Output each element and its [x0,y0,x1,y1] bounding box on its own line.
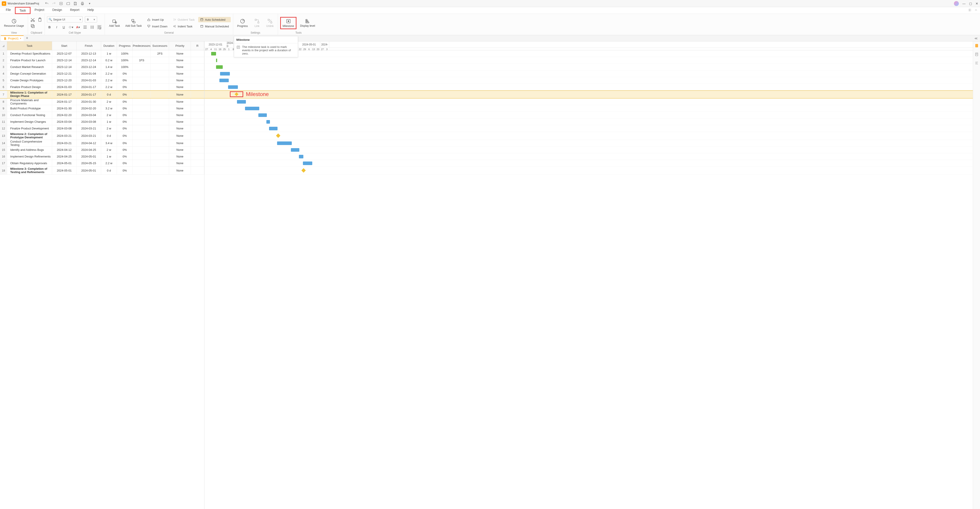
cell-predecessors[interactable] [132,70,151,77]
open-icon[interactable] [66,2,70,6]
cell-finish[interactable]: 2024-04-25 [76,146,101,153]
close-button[interactable]: ✕ [975,2,978,5]
cell-priority[interactable]: None [169,153,191,160]
table-row[interactable]: 3Conduct Market Research2023-12-142023-1… [0,64,204,70]
gantt-row[interactable]: Milestone [204,91,973,99]
cell-finish[interactable]: 2024-03-21 [76,132,101,140]
cell-start[interactable]: 2024-01-03 [52,84,76,90]
cell-task[interactable]: Finalize Product for Launch [7,57,52,64]
row-number[interactable]: 12 [0,125,7,132]
cell-successors[interactable] [151,125,169,132]
gantt-bar[interactable] [299,155,303,158]
cell-predecessors[interactable] [132,50,151,57]
cell-task[interactable]: Build Product Prototype [7,105,52,111]
cell-r[interactable] [191,50,204,57]
cell-predecessors[interactable] [132,91,151,98]
milestone-diamond-icon[interactable] [230,91,243,97]
cell-successors[interactable] [151,84,169,90]
table-row[interactable]: 6Finalize Product Design2024-01-032024-0… [0,84,204,91]
cell-task[interactable]: Milestone 2: Completion of Prototype Dev… [7,132,52,140]
cell-duration[interactable]: 0 d [101,167,117,174]
align-icon[interactable] [83,25,88,30]
cell-r[interactable] [191,140,204,146]
row-number[interactable]: 13 [0,132,7,140]
row-number[interactable]: 15 [0,146,7,153]
cell-priority[interactable]: None [169,64,191,70]
cell-duration[interactable]: 2 w [101,146,117,153]
cell-priority[interactable]: None [169,99,191,105]
cell-progress[interactable]: 0% [117,160,132,166]
cell-r[interactable] [191,64,204,70]
col-progress[interactable]: Progress [117,41,132,50]
col-successors[interactable]: Successors [151,41,169,50]
cell-progress[interactable]: 0% [117,167,132,174]
table-row[interactable]: 9Build Product Prototype2024-01-302024-0… [0,105,204,112]
cell-priority[interactable]: None [169,91,191,98]
more-icon[interactable]: ▾ [88,2,92,6]
panel-collapse-icon[interactable]: ≪ [974,37,978,40]
menu-file[interactable]: File [2,7,15,14]
table-row[interactable]: 15 Identify and Address Bugs2024-04-1220… [0,146,204,153]
row-number[interactable]: 3 [0,64,7,70]
resource-usage-button[interactable]: Resource Usage [2,17,25,28]
cell-duration[interactable]: 1.4 w [101,64,117,70]
menu-help[interactable]: Help [84,7,98,14]
col-task[interactable]: Task [7,41,52,50]
add-sub-task-button[interactable]: Add Sub Task [124,17,144,28]
cell-start[interactable]: 2024-01-17 [52,99,76,105]
gantt-row[interactable] [204,112,973,119]
display-level-button[interactable]: Display level [298,17,317,28]
cell-priority[interactable]: None [169,125,191,132]
cell-successors[interactable] [151,70,169,77]
cell-priority[interactable]: None [169,105,191,111]
cell-r[interactable] [191,119,204,125]
table-row[interactable]: 2Finalize Product for Launch2023-12-1420… [0,57,204,64]
cell-finish[interactable]: 2024-05-01 [76,153,101,160]
table-row[interactable]: 7Milestone 1: Completion of Design Phase… [0,91,204,99]
cell-task[interactable]: Implement Design Refinements [7,153,52,160]
cell-finish[interactable]: 2024-04-12 [76,140,101,146]
cell-start[interactable]: 2024-03-21 [52,140,76,146]
row-number[interactable]: 16 [0,153,7,160]
add-tab-button[interactable]: + [24,35,30,41]
cell-priority[interactable]: None [169,119,191,125]
cell-r[interactable] [191,125,204,132]
cell-r[interactable] [191,99,204,105]
gantt-row[interactable] [204,132,973,140]
cell-duration[interactable]: 2.2 w [101,77,117,84]
cell-progress[interactable]: 100% [117,50,132,57]
table-row[interactable]: 11Implement Design Changes2024-03-042024… [0,119,204,125]
cell-successors[interactable] [151,132,169,140]
document-tab[interactable]: Project1 • [1,35,24,41]
gantt-row[interactable] [204,57,973,64]
cell-task[interactable]: Conduct Functional Testing [7,112,52,118]
menu-report[interactable]: Report [66,7,84,14]
cell-start[interactable]: 2024-03-21 [52,132,76,140]
cell-start[interactable]: 2024-01-17 [52,91,76,98]
table-row[interactable]: 8Procure Materials and Components2024-01… [0,99,204,105]
font-select[interactable]: 🔍Segoe UI▾ [47,16,83,22]
cell-finish[interactable]: 2023-12-13 [76,50,101,57]
cell-task[interactable]: Milestone 3: Completion of Testing and R… [7,167,52,174]
gantt-row[interactable] [204,167,973,175]
cell-successors[interactable]: 2FS [151,50,169,57]
cell-predecessors[interactable] [132,160,151,166]
cell-duration[interactable]: 2.2 w [101,84,117,90]
gantt-row[interactable] [204,105,973,112]
cell-progress[interactable]: 0% [117,140,132,146]
cell-r[interactable] [191,160,204,166]
table-row[interactable]: 1Develop Product Specifications2023-12-0… [0,50,204,57]
row-number[interactable]: 6 [0,84,7,90]
row-number[interactable]: 5 [0,77,7,84]
fill-color-icon[interactable]: ▾ [68,25,73,30]
maximize-button[interactable]: ▢ [969,2,972,5]
save-icon[interactable] [73,2,77,6]
cell-finish[interactable]: 2024-01-17 [76,84,101,90]
cell-start[interactable]: 2023-12-21 [52,70,76,77]
cell-predecessors[interactable] [132,77,151,84]
wrap-icon[interactable] [97,25,102,30]
insert-up-button[interactable]: Insert Up [145,17,169,22]
cell-priority[interactable]: None [169,84,191,90]
gantt-row[interactable] [204,64,973,70]
cell-duration[interactable]: 1 w [101,50,117,57]
